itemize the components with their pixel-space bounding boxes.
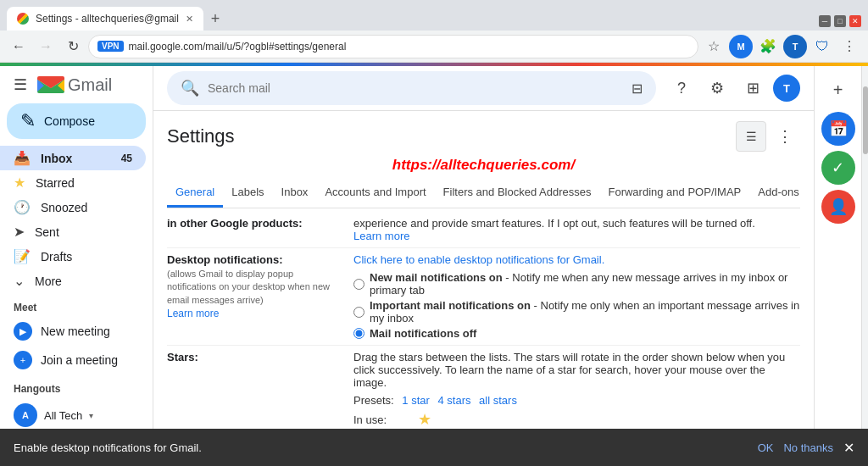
hangout-name: All Tech xyxy=(44,409,82,422)
profile-icon-1[interactable]: M xyxy=(729,35,753,58)
search-input[interactable] xyxy=(208,81,623,95)
join-icon: + xyxy=(14,351,32,369)
profile-icon-2[interactable]: T xyxy=(783,35,807,58)
gmail-logo: Gmail xyxy=(36,75,112,95)
tab-labels[interactable]: Labels xyxy=(223,179,272,208)
sidebar-item-starred[interactable]: ★ Starred xyxy=(0,170,146,195)
settings-title: Settings xyxy=(167,125,235,147)
hangouts-section-label: Hangouts xyxy=(0,374,153,398)
right-sidebar: + 📅 ✓ 👤 xyxy=(814,66,861,466)
preset-1star[interactable]: 1 star xyxy=(402,394,430,407)
tab-favicon xyxy=(17,13,29,25)
url-text: mail.google.com/mail/u/5/?ogbl#settings/… xyxy=(129,41,347,53)
desktop-notif-row: Desktop notifications: (allows Gmail to … xyxy=(167,247,800,345)
notification-close-icon[interactable]: ✕ xyxy=(843,440,854,456)
sidebar-item-inbox[interactable]: 📥 Inbox 45 xyxy=(0,146,146,170)
tab-inbox[interactable]: Inbox xyxy=(273,179,317,208)
google-products-learn-more[interactable]: Learn more xyxy=(353,230,409,242)
notif-option-off[interactable]: Mail notifications off xyxy=(353,327,800,340)
extensions-icon[interactable]: 🧩 xyxy=(756,35,780,58)
new-tab-button[interactable]: + xyxy=(203,7,227,31)
settings-icon[interactable]: ⚙ xyxy=(702,73,732,103)
desktop-notif-sublabel: (allows Gmail to display popup notificat… xyxy=(167,268,345,307)
hamburger-menu[interactable]: ☰ xyxy=(14,75,27,94)
sidebar-item-drafts[interactable]: 📝 Drafts xyxy=(0,244,146,269)
notification-text: Enable desktop notifications for Gmail. xyxy=(14,441,748,454)
search-tune-icon[interactable]: ⊟ xyxy=(632,80,643,97)
apps-icon[interactable]: ⊞ xyxy=(737,73,768,103)
vpn-badge: VPN xyxy=(97,41,124,52)
more-icon: ⌄ xyxy=(14,273,25,289)
sidebar-item-label-inbox: Inbox xyxy=(41,152,72,165)
menu-icon[interactable]: ⋮ xyxy=(837,35,861,58)
reload-button[interactable]: ↻ xyxy=(61,35,85,58)
settings-more-button[interactable]: ⋮ xyxy=(770,121,800,152)
preset-allstars[interactable]: all stars xyxy=(479,394,517,407)
browser-tab[interactable]: Settings - alltechqueries@gmail ✕ xyxy=(7,7,203,31)
drafts-icon: 📝 xyxy=(14,248,31,264)
tab-forwarding[interactable]: Forwarding and POP/IMAP xyxy=(599,179,749,208)
tab-filters[interactable]: Filters and Blocked Addresses xyxy=(435,179,600,208)
preset-4stars[interactable]: 4 stars xyxy=(437,394,470,407)
snoozed-icon: 🕐 xyxy=(14,199,31,215)
stars-description: Drag the stars between the lists. The st… xyxy=(353,351,800,389)
hangout-alltech[interactable]: A All Tech ▾ xyxy=(0,398,153,432)
meet-new-meeting[interactable]: ▶ New meeting xyxy=(0,317,146,346)
search-bar[interactable]: 🔍 ⊟ xyxy=(167,71,656,105)
tab-addons[interactable]: Add-ons xyxy=(749,179,800,208)
google-products-row: in other Google products: experience and… xyxy=(167,212,800,247)
close-button[interactable]: ✕ xyxy=(849,15,861,27)
sent-icon: ➤ xyxy=(14,224,25,240)
stars-label: Stars: xyxy=(167,351,198,363)
notif-option-important[interactable]: Important mail notifications on - Notify… xyxy=(353,299,800,325)
google-products-text: experience and provide smart features. I… xyxy=(353,217,755,230)
right-tasks-icon[interactable]: ✓ xyxy=(821,151,855,185)
notif-off-label: Mail notifications off xyxy=(370,327,476,340)
sidebar-item-label-drafts: Drafts xyxy=(41,250,72,264)
notif-radio-new-mail[interactable] xyxy=(353,279,364,290)
starred-icon: ★ xyxy=(14,175,25,191)
sidebar-item-snoozed[interactable]: 🕐 Snoozed xyxy=(0,195,146,219)
settings-view-button[interactable]: ☰ xyxy=(736,121,766,152)
gmail-logo-text: Gmail xyxy=(68,75,112,95)
address-bar[interactable]: VPN mail.google.com/mail/u/5/?ogbl#setti… xyxy=(88,35,698,58)
forward-button[interactable]: → xyxy=(34,35,58,58)
browser-chrome: Settings - alltechqueries@gmail ✕ + ─ □ … xyxy=(0,0,868,31)
notif-radio-off[interactable] xyxy=(353,328,364,339)
notif-option-new-mail[interactable]: New mail notifications on - Notify me wh… xyxy=(353,271,800,297)
notification-nothanks-button[interactable]: No thanks xyxy=(783,441,833,454)
user-avatar[interactable]: T xyxy=(773,75,800,102)
sidebar-item-sent[interactable]: ➤ Sent xyxy=(0,219,146,244)
presets-label: Presets: xyxy=(353,394,394,407)
right-contacts-icon[interactable]: 👤 xyxy=(821,190,855,224)
shield-icon[interactable]: 🛡 xyxy=(810,35,834,58)
meet-join-meeting[interactable]: + Join a meeting xyxy=(0,346,146,374)
bookmark-icon[interactable]: ☆ xyxy=(702,35,726,58)
settings-tabs: General Labels Inbox Accounts and Import… xyxy=(167,179,800,208)
desktop-notif-click-link[interactable]: Click here to enable desktop notificatio… xyxy=(353,253,604,266)
notification-ok-button[interactable]: OK xyxy=(758,441,774,454)
right-add-icon[interactable]: + xyxy=(821,73,855,107)
notification-bar: Enable desktop notifications for Gmail. … xyxy=(0,429,868,466)
desktop-notif-label: Desktop notifications: xyxy=(167,253,345,266)
sidebar-item-label-snoozed: Snoozed xyxy=(41,201,87,214)
back-button[interactable]: ← xyxy=(7,35,31,58)
inbox-count: 45 xyxy=(121,153,132,164)
browser-navbar: ← → ↻ VPN mail.google.com/mail/u/5/?ogbl… xyxy=(0,31,868,63)
compose-plus-icon: ✎ xyxy=(20,110,36,132)
tab-accounts[interactable]: Accounts and Import xyxy=(316,179,434,208)
maximize-button[interactable]: □ xyxy=(834,15,846,27)
tab-general[interactable]: General xyxy=(167,179,223,208)
right-calendar-icon[interactable]: 📅 xyxy=(821,112,855,146)
tab-close-icon[interactable]: ✕ xyxy=(186,14,193,25)
meet-section-label: Meet xyxy=(0,293,153,317)
sidebar-item-label-more: More xyxy=(35,275,62,288)
notif-radio-important[interactable] xyxy=(353,307,364,318)
desktop-notif-learn-more[interactable]: Learn more xyxy=(167,308,219,319)
minimize-button[interactable]: ─ xyxy=(819,15,831,27)
gmail-logo-icon xyxy=(36,75,66,95)
inbox-icon: 📥 xyxy=(14,150,31,166)
compose-button[interactable]: ✎ Compose xyxy=(7,103,146,139)
help-icon[interactable]: ? xyxy=(666,73,697,103)
sidebar-item-more[interactable]: ⌄ More xyxy=(0,269,146,293)
